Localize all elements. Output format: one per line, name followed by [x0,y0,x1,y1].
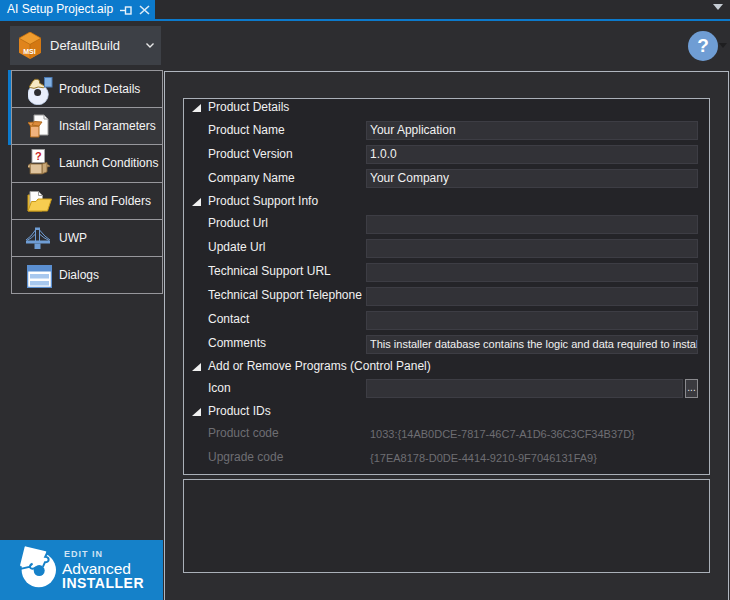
svg-text:MSI: MSI [23,48,36,55]
svg-text:?: ? [35,150,42,162]
